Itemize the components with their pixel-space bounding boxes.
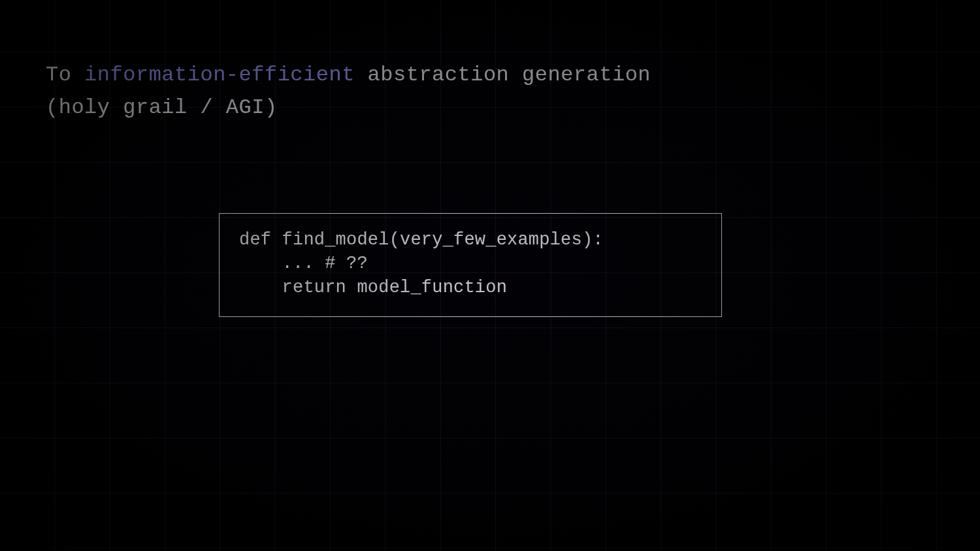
code-content: def find_model(very_few_examples): ... #… bbox=[239, 228, 702, 299]
heading-emphasis: information-efficient bbox=[84, 63, 355, 87]
heading-text-post: abstraction generation bbox=[355, 63, 651, 87]
code-block: def find_model(very_few_examples): ... #… bbox=[219, 213, 722, 317]
code-line-3: return model_function bbox=[239, 278, 507, 297]
heading-line2: (holy grail / AGI) bbox=[46, 95, 278, 120]
heading-text-pre: To bbox=[46, 63, 84, 87]
slide-heading: To information-efficient abstraction gen… bbox=[46, 59, 651, 124]
code-line-2: ... # ?? bbox=[239, 254, 368, 273]
code-line-1: def find_model(very_few_examples): bbox=[239, 230, 604, 250]
